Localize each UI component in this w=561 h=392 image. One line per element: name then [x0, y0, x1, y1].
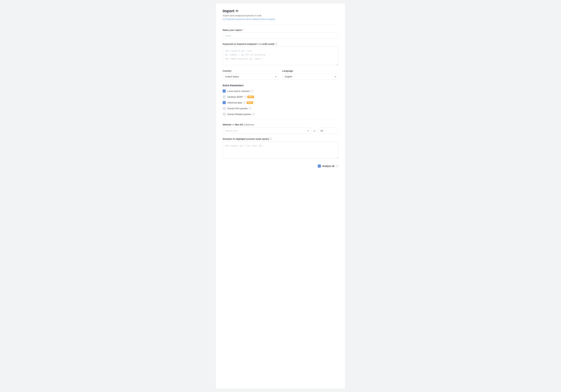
duplicate-info-link[interactable]: ℹ Duplicate keywords will be deleted bef…: [223, 18, 338, 21]
desktop-serp-label: Desktop SERP ? NEW: [227, 96, 254, 98]
divider-2: [223, 119, 338, 119]
checkbox-desktop-serp[interactable]: [223, 95, 226, 98]
info-link-text: Duplicate keywords will be deleted befor…: [226, 18, 276, 21]
website-select-wrapper: domain.com ▼: [223, 128, 311, 134]
local-search-volumes-label: Local search volumes ?: [227, 90, 253, 92]
report-name-field: Name your report *: [223, 29, 338, 39]
extra-params-title: Extra Parameters: [223, 84, 338, 87]
max-da-input[interactable]: [318, 128, 338, 134]
checkbox-extract-paa[interactable]: [223, 107, 226, 110]
analyze-all-label: Analyze all: [322, 165, 334, 167]
checkbox-row-local-search-volumes: ✓ Local search volumes ?: [223, 89, 338, 93]
country-select-wrapper: United States United Kingdom Canada Aust…: [223, 74, 279, 80]
keywords-help-icon[interactable]: ?: [275, 43, 277, 45]
import-form-page: Import ✉ Import (and analyze) keywords i…: [216, 3, 345, 389]
bottom-bar: ✓ Analyze all ?: [223, 164, 338, 168]
keywords-field: Keywords (1 keyword analyzed = 1 credit …: [223, 43, 338, 66]
language-select[interactable]: English French German Spanish Italian: [282, 74, 338, 80]
language-field: Language English French German Spanish I…: [282, 70, 338, 80]
extract-paa-help-icon[interactable]: ?: [249, 107, 251, 110]
keywords-textarea[interactable]: [223, 47, 338, 65]
analyze-all-help-icon[interactable]: ?: [336, 165, 338, 167]
keywords-label: Keywords (1 keyword analyzed = 1 credit …: [223, 43, 338, 45]
language-label: Language: [282, 70, 338, 72]
info-circle-icon: ℹ: [223, 18, 225, 21]
domains-highlight-textarea[interactable]: [223, 142, 338, 159]
title-text: Import: [223, 9, 234, 13]
required-asterisk: *: [243, 29, 243, 31]
historical-data-help-icon[interactable]: ?: [243, 101, 246, 104]
country-language-row: Country United States United Kingdom Can…: [223, 70, 338, 80]
historical-data-label: Historical data ? NEW: [227, 101, 253, 104]
website-select[interactable]: domain.com: [223, 128, 311, 134]
desktop-serp-help-icon[interactable]: ?: [244, 96, 246, 98]
website-field: Website or Max DA (Optional) domain.com …: [223, 123, 338, 134]
domains-highlight-help-icon[interactable]: ?: [270, 138, 272, 140]
checkbox-extract-related[interactable]: [223, 113, 226, 116]
checkbox-row-extract-paa: Extract PAA queries ?: [223, 107, 338, 110]
local-search-volumes-help-icon[interactable]: ?: [251, 90, 253, 92]
checkbox-local-search-volumes[interactable]: ✓: [223, 89, 226, 93]
divider-1: [223, 24, 338, 25]
extract-paa-label: Extract PAA queries ?: [227, 107, 251, 110]
report-name-label: Name your report *: [223, 29, 338, 31]
checkbox-row-desktop-serp: Desktop SERP ? NEW: [223, 95, 338, 98]
page-subtitle: Import (and analyze) keywords in bulk.: [223, 14, 338, 17]
extract-related-help-icon[interactable]: ?: [252, 113, 255, 116]
analyze-all-row: ✓ Analyze all ?: [318, 164, 338, 168]
website-inputs-row: domain.com ▼ or: [223, 128, 338, 134]
historical-data-badge: NEW: [247, 101, 253, 104]
or-separator: or: [313, 130, 315, 132]
checkbox-row-extract-related: Extract Related queries ?: [223, 113, 338, 116]
checkbox-analyze-all[interactable]: ✓: [318, 164, 321, 168]
checkbox-historical-data[interactable]: ✓: [223, 101, 226, 104]
domains-highlight-label: Domains to highlight (custom weak spots)…: [223, 138, 338, 140]
page-title: Import ✉: [223, 9, 338, 13]
domains-highlight-field: Domains to highlight (custom weak spots)…: [223, 138, 338, 159]
country-label: Country: [223, 70, 279, 72]
desktop-serp-badge: NEW: [247, 96, 254, 98]
checkbox-row-historical-data: ✓ Historical data ? NEW: [223, 101, 338, 104]
country-select[interactable]: United States United Kingdom Canada Aust…: [223, 74, 279, 80]
country-field: Country United States United Kingdom Can…: [223, 70, 279, 80]
language-select-wrapper: English French German Spanish Italian ▼: [282, 74, 338, 80]
extract-related-label: Extract Related queries ?: [227, 113, 255, 116]
website-section-label: Website or Max DA (Optional): [223, 123, 338, 126]
report-name-input[interactable]: [223, 33, 338, 39]
mail-icon: ✉: [236, 9, 238, 13]
